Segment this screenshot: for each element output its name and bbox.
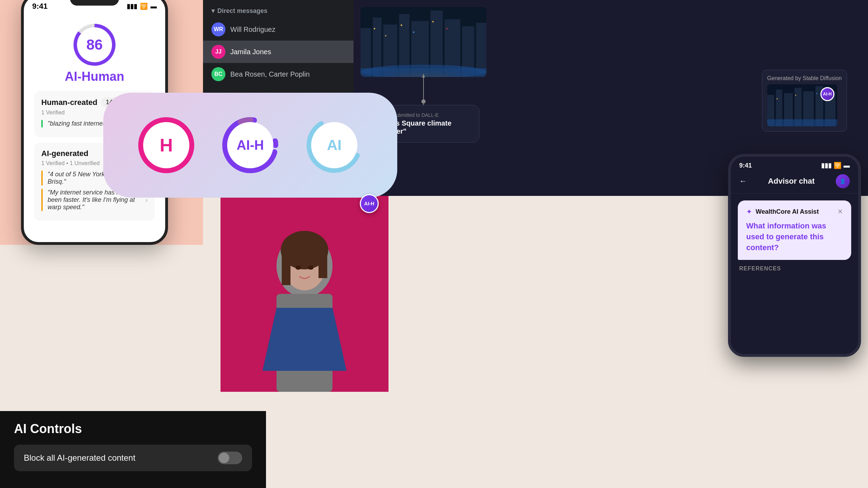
score-number: 86 [86,36,103,53]
close-icon[interactable]: ✕ [838,208,843,215]
discord-avatar-jamila: JJ [211,45,225,59]
pill-icon-ai: AI [306,117,362,173]
center-pill: H AI-H AI [103,93,397,198]
discord-avatar-will: WR [211,22,225,36]
phone-right-wifi: 🛜 [834,162,841,169]
phone-notch [70,0,119,6]
svg-rect-46 [318,250,327,278]
discord-item-jamila[interactable]: JJ Jamila Jones [203,41,354,63]
phone-right-battery: ▬ [844,162,850,169]
svg-point-47 [295,266,301,270]
ai-section-title: AI-generated [41,149,88,158]
ai-controls-row: Block all AI-generated content [14,445,252,471]
chat-question: What information was used to generate th… [746,221,843,253]
woman-svg [220,196,388,392]
svg-rect-15 [432,21,434,22]
stable-aih-badge: AI-H [820,87,834,101]
toggle-knob [219,453,229,463]
svg-point-48 [308,266,314,270]
ai-human-title: AI-Human [34,69,155,84]
aih-float-badge: AI-H [360,194,379,213]
aih-badge-text: AI-H [364,201,374,206]
pill-icon-h: H [138,117,194,173]
city-rain-overlay [360,7,486,77]
chat-references-label: REFERENCES [731,260,858,277]
chat-bubble-container: ✦ WealthCore AI Assist ✕ What informatio… [731,193,858,260]
discord-avatar-bea: BC [211,67,225,81]
wifi-icon: 🛜 [140,2,148,10]
stable-diff-label: Generated by Stable Diffusion [767,75,842,82]
discord-item-bea[interactable]: BC Bea Rosen, Carter Poplin [203,63,354,85]
svg-rect-16 [446,28,448,29]
svg-rect-45 [282,250,290,285]
star-icon: ✦ [746,207,752,216]
phone-right-header: ← Advisor chat 👤 [731,169,858,193]
pill-circle-aih-inner: AI-H [227,122,273,168]
phone-right-status-icons: ▮▮▮ 🛜 ▬ [821,162,850,169]
discord-header: ▾ Direct messages [203,0,354,18]
discord-name-jamila: Jamila Jones [230,48,271,56]
pill-circle-h-outer: H [138,117,194,173]
back-button[interactable]: ← [739,177,747,186]
chat-avatar: 👤 [836,174,850,188]
pill-circle-aih-outer: AI-H [222,117,278,173]
svg-rect-36 [816,93,817,94]
pill-circle-ai-inner: AI [311,122,357,168]
svg-rect-12 [385,35,386,36]
svg-rect-11 [374,28,375,29]
pill-circle-h-inner: H [143,122,189,168]
phone-right-status-bar: 9:41 ▮▮▮ 🛜 ▬ [731,157,858,169]
discord-header-label: Direct messages [217,7,267,15]
chat-header-title: Advisor chat [768,177,814,186]
block-ai-toggle[interactable] [218,452,242,464]
phone-right-signal: ▮▮▮ [821,162,832,169]
time-display: 9:41 [32,2,48,11]
pill-icon-aih: AI-H [222,117,278,173]
discord-dropdown-icon: ▾ [211,7,215,15]
discord-name-bea: Bea Rosen, Carter Poplin [230,70,310,78]
ai-controls-panel: AI Controls Block all AI-generated conte… [0,411,266,488]
dalle-main-image [360,7,486,77]
svg-rect-14 [413,31,414,33]
signal-icon: ▮▮▮ [127,2,137,10]
chat-bubble: ✦ WealthCore AI Assist ✕ What informatio… [738,200,851,260]
ai-controls-title: AI Controls [14,422,252,436]
woman-photo-area [220,196,388,392]
score-circle: 86 [74,24,115,66]
svg-rect-33 [767,119,837,126]
svg-rect-35 [795,95,796,96]
discord-item-will[interactable]: WR Will Rodriguez [203,18,354,41]
city-buildings [360,7,486,77]
pill-circle-ai-outer: AI [306,117,362,173]
chat-brand: WealthCore AI Assist [756,208,819,215]
status-icons: ▮▮▮ 🛜 ▬ [127,2,157,10]
human-section-title: Human-created [41,98,97,107]
stable-diff-panel: Generated by Stable Diffusion AI-H [762,70,847,132]
block-ai-label: Block all AI-generated content [24,453,135,463]
phone-right: 9:41 ▮▮▮ 🛜 ▬ ← Advisor chat 👤 ✦ WealthCo… [728,154,861,357]
svg-rect-34 [777,98,778,99]
svg-point-22 [421,99,426,104]
svg-rect-13 [401,24,402,26]
chat-bubble-header: ✦ WealthCore AI Assist ✕ [746,207,843,216]
battery-icon: ▬ [150,3,157,10]
discord-name-will: Will Rodriguez [230,26,275,34]
stable-diff-thumb: AI-H [767,84,837,126]
phone-right-time: 9:41 [739,162,752,169]
